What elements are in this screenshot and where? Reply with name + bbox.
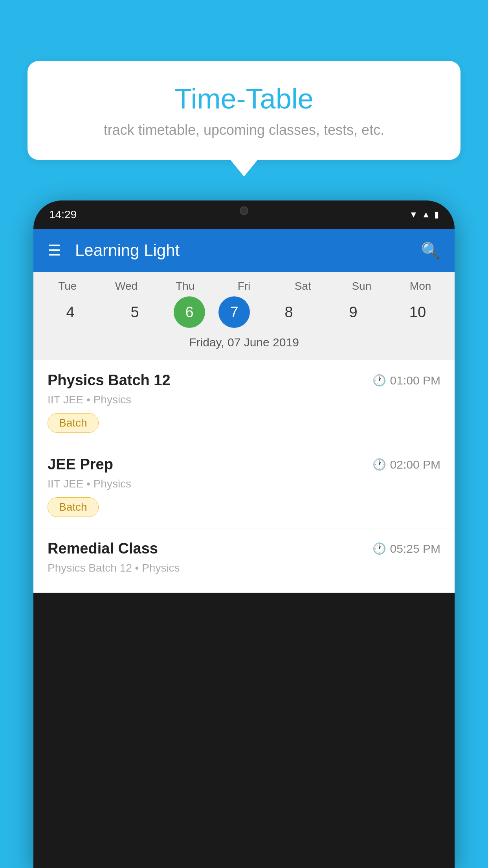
- app-bar-title: Learning Light: [75, 241, 421, 260]
- day-header-sat: Sat: [277, 280, 328, 292]
- date-8[interactable]: 8: [263, 296, 314, 328]
- calendar-strip: Tue Wed Thu Fri Sat Sun Mon 4 5 6 7 8 9 …: [33, 272, 455, 360]
- class-info-3: Physics Batch 12 • Physics: [48, 562, 440, 574]
- phone-screen: ☰ Learning Light 🔍 Tue Wed Thu Fri Sat S…: [33, 229, 455, 593]
- class-info-1: IIT JEE • Physics: [48, 394, 440, 406]
- class-name-1: Physics Batch 12: [48, 372, 171, 389]
- date-5[interactable]: 5: [109, 296, 160, 328]
- menu-button[interactable]: ☰: [48, 243, 61, 258]
- day-header-mon: Mon: [395, 280, 446, 292]
- clock-icon-2: 🕐: [372, 458, 386, 471]
- day-header-wed: Wed: [101, 280, 152, 292]
- status-bar: 14:29 ▼ ▲ ▮: [33, 200, 455, 229]
- phone-notch: [213, 200, 275, 221]
- status-bar-time: 14:29: [49, 208, 77, 221]
- day-header-sun: Sun: [336, 280, 387, 292]
- class-item-header-2: JEE Prep 🕐 02:00 PM: [48, 456, 440, 473]
- battery-icon: ▮: [434, 210, 439, 220]
- day-header-tue: Tue: [42, 280, 93, 292]
- status-icons: ▼ ▲ ▮: [409, 210, 439, 220]
- class-item-header-1: Physics Batch 12 🕐 01:00 PM: [48, 372, 440, 389]
- wifi-icon: ▼: [409, 210, 418, 220]
- class-time-3: 🕐 05:25 PM: [372, 542, 440, 555]
- signal-icon: ▲: [422, 210, 430, 220]
- speech-bubble-card: Time-Table track timetable, upcoming cla…: [28, 61, 460, 160]
- class-time-2: 🕐 02:00 PM: [372, 458, 440, 471]
- day-numbers: 4 5 6 7 8 9 10: [33, 296, 455, 332]
- class-list: Physics Batch 12 🕐 01:00 PM IIT JEE • Ph…: [33, 360, 455, 593]
- day-header-thu: Thu: [160, 280, 211, 292]
- date-4[interactable]: 4: [45, 296, 96, 328]
- clock-icon-3: 🕐: [372, 542, 386, 555]
- class-item-2[interactable]: JEE Prep 🕐 02:00 PM IIT JEE • Physics Ba…: [33, 444, 455, 528]
- day-header-fri: Fri: [218, 280, 270, 292]
- app-bar: ☰ Learning Light 🔍: [33, 229, 455, 272]
- batch-badge-2: Batch: [48, 497, 99, 517]
- clock-icon-1: 🕐: [372, 374, 386, 387]
- speech-bubble-subtitle: track timetable, upcoming classes, tests…: [51, 122, 437, 138]
- class-name-2: JEE Prep: [48, 456, 113, 473]
- class-item-3[interactable]: Remedial Class 🕐 05:25 PM Physics Batch …: [33, 528, 455, 593]
- class-name-3: Remedial Class: [48, 540, 158, 557]
- phone-camera: [240, 206, 248, 215]
- search-button[interactable]: 🔍: [421, 241, 440, 260]
- batch-badge-1: Batch: [48, 413, 99, 433]
- class-item-header-3: Remedial Class 🕐 05:25 PM: [48, 540, 440, 557]
- date-6-today[interactable]: 6: [174, 296, 205, 328]
- date-10[interactable]: 10: [392, 296, 443, 328]
- date-7-selected[interactable]: 7: [218, 296, 250, 328]
- class-info-2: IIT JEE • Physics: [48, 478, 440, 490]
- day-headers: Tue Wed Thu Fri Sat Sun Mon: [33, 280, 455, 296]
- phone-frame: 14:29 ▼ ▲ ▮ ☰ Learning Light 🔍 Tue Wed T…: [33, 200, 455, 868]
- date-9[interactable]: 9: [328, 296, 379, 328]
- class-time-1: 🕐 01:00 PM: [372, 374, 440, 387]
- class-item-1[interactable]: Physics Batch 12 🕐 01:00 PM IIT JEE • Ph…: [33, 360, 455, 444]
- speech-bubble-title: Time-Table: [51, 83, 437, 115]
- selected-date-label: Friday, 07 June 2019: [33, 332, 455, 356]
